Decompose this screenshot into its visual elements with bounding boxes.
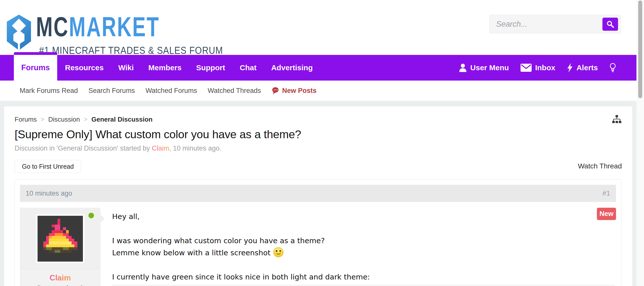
author-info-section: Claim Buy me a beer? <box>20 269 101 286</box>
main-navbar: Forums Resources Wiki Members Support Ch… <box>0 55 636 81</box>
message-line: I was wondering what custom color you ha… <box>112 235 616 247</box>
subnav-new-posts[interactable]: New Posts <box>272 87 317 95</box>
breadcrumb-separator: > <box>84 116 87 123</box>
nav-right-group: User Menu Inbox Alerts <box>459 55 616 81</box>
page-scrollbar-thumb[interactable] <box>638 1 642 98</box>
avatar-section <box>20 208 101 269</box>
post-1: 10 minutes ago #1 New <box>15 179 621 286</box>
breadcrumb-discussion[interactable]: Discussion <box>48 116 80 123</box>
subnav-mark-forums-read[interactable]: Mark Forums Read <box>20 87 78 95</box>
post-timestamp[interactable]: 10 minutes ago <box>26 190 72 197</box>
subnav-watched-threads[interactable]: Watched Threads <box>208 87 261 95</box>
alerts-label: Alerts <box>576 63 598 72</box>
lightning-bolt-icon <box>567 63 573 73</box>
online-status-indicator <box>88 213 94 218</box>
message-line: I currently have green since it looks ni… <box>112 271 616 283</box>
chat-bubble-icon <box>272 87 279 94</box>
breadcrumb: Forums > Discussion > General Discussion <box>15 115 622 124</box>
breadcrumb-separator: > <box>41 116 44 123</box>
thread-meta-suffix: , 10 minutes ago. <box>169 145 221 152</box>
avatar-bubble-tail <box>100 214 105 223</box>
post-author-column: Claim Buy me a beer? <box>20 208 101 286</box>
nav-item-resources[interactable]: Resources <box>65 63 104 72</box>
inbox-label: Inbox <box>535 63 555 72</box>
nav-items: Resources Wiki Members Support Chat Adve… <box>65 55 313 81</box>
post-body: Claim Buy me a beer? Hey all, I was wond… <box>20 208 616 286</box>
thread-tree-button[interactable] <box>612 115 622 124</box>
sitemap-icon <box>612 115 621 124</box>
thread-meta: Discussion in 'General Discussion' start… <box>15 145 622 152</box>
thread-content-card: Forums > Discussion > General Discussion… <box>4 106 633 286</box>
post-number-link[interactable]: #1 <box>602 189 610 197</box>
envelope-icon <box>521 64 532 72</box>
watch-thread-link[interactable]: Watch Thread <box>578 162 622 170</box>
thread-actions-row: Go to First Unread Watch Thread <box>15 160 622 173</box>
new-post-badge: New <box>597 208 616 220</box>
post-header-bar: 10 minutes ago #1 <box>20 185 616 202</box>
theme-toggle-button[interactable] <box>609 63 616 73</box>
message-line: Hey all, <box>112 210 616 223</box>
breadcrumb-general-discussion[interactable]: General Discussion <box>91 116 153 123</box>
search-button[interactable] <box>602 18 618 31</box>
thread-meta-prefix: Discussion in 'General Discussion' start… <box>15 145 152 152</box>
nav-item-members[interactable]: Members <box>148 63 182 72</box>
go-to-first-unread-button[interactable]: Go to First Unread <box>15 160 81 173</box>
lightbulb-icon <box>609 63 616 73</box>
search-icon <box>606 20 614 28</box>
post-message: Hey all, I was wondering what custom col… <box>101 208 616 286</box>
new-posts-label: New Posts <box>282 87 317 95</box>
search-box <box>489 15 621 33</box>
thread-title: [Supreme Only] What custom color you hav… <box>15 128 622 141</box>
user-icon <box>459 63 467 72</box>
search-input[interactable] <box>490 15 598 33</box>
logo-market-text: MARKET <box>69 11 159 42</box>
logo-mc-text: MC <box>36 11 69 42</box>
embedded-screenshot-image[interactable] <box>112 284 615 286</box>
forum-page: MCMARKET #1 MINECRAFT TRADES & SALES FOR… <box>0 0 644 286</box>
site-header: MCMARKET #1 MINECRAFT TRADES & SALES FOR… <box>0 0 636 55</box>
nav-item-advertising[interactable]: Advertising <box>271 63 313 72</box>
logo-wordmark: MCMARKET <box>36 11 160 43</box>
logo-tagline: #1 MINECRAFT TRADES & SALES FORUM <box>39 45 223 56</box>
author-tagline: Buy me a beer? <box>20 284 101 286</box>
author-username-link[interactable]: Claim <box>50 273 71 282</box>
nav-item-chat[interactable]: Chat <box>240 63 257 72</box>
inbox-button[interactable]: Inbox <box>521 63 555 72</box>
cube-logo-icon <box>7 15 31 51</box>
subnav-watched-forums[interactable]: Watched Forums <box>146 87 197 95</box>
user-menu-button[interactable]: User Menu <box>459 63 509 72</box>
nav-item-support[interactable]: Support <box>196 63 225 72</box>
thread-author-link[interactable]: Claim <box>152 145 169 152</box>
user-menu-label: User Menu <box>470 63 509 72</box>
message-line <box>112 223 616 235</box>
page-scrollbar-track <box>636 0 644 286</box>
tab-forums[interactable]: Forums <box>14 52 57 81</box>
forum-subnav: Mark Forums Read Search Forums Watched F… <box>0 81 636 101</box>
message-line: Lemme know below with a little screensho… <box>112 247 616 259</box>
message-line-text: Lemme know below with a little screensho… <box>112 248 271 257</box>
alerts-button[interactable]: Alerts <box>567 63 598 73</box>
author-avatar[interactable] <box>36 214 84 263</box>
breadcrumb-forums[interactable]: Forums <box>15 116 37 123</box>
message-line <box>112 259 616 271</box>
subnav-search-forums[interactable]: Search Forums <box>88 87 135 95</box>
site-logo[interactable]: MCMARKET #1 MINECRAFT TRADES & SALES FOR… <box>7 4 188 54</box>
nav-item-wiki[interactable]: Wiki <box>118 63 134 72</box>
campfire-avatar-image <box>38 216 83 262</box>
smiley-emoji <box>273 247 284 258</box>
author-avatar-card: Claim Buy me a beer? <box>20 208 101 286</box>
